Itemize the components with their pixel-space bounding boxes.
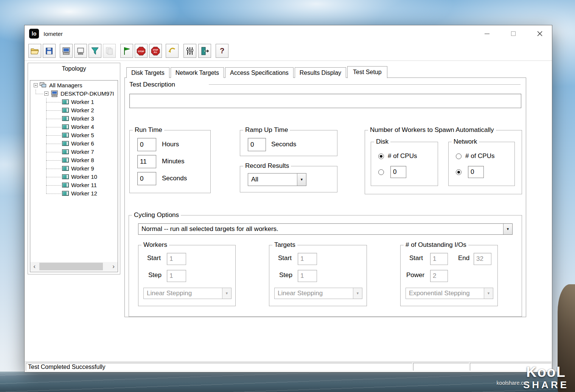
stop-sign-icon: STOP bbox=[136, 46, 146, 56]
workers-step-input[interactable] bbox=[167, 270, 186, 282]
chevron-down-icon[interactable]: ▼ bbox=[503, 224, 512, 234]
chevron-down-icon[interactable]: ▼ bbox=[297, 174, 306, 186]
collapse-icon[interactable] bbox=[34, 83, 38, 87]
disk-cpus-radio-label: # of CPUs bbox=[388, 152, 417, 160]
tree-horizontal-scrollbar[interactable]: ‹ › bbox=[30, 262, 118, 271]
reset-workers-button[interactable] bbox=[166, 44, 179, 58]
close-button[interactable] bbox=[531, 25, 548, 42]
reset-arrow-icon bbox=[168, 46, 177, 56]
tab-results-display[interactable]: Results Display bbox=[295, 67, 346, 78]
run-time-hours-input[interactable] bbox=[137, 138, 156, 151]
tab-access-specifications[interactable]: Access Specifications bbox=[225, 67, 294, 78]
targets-stepping-select[interactable]: Linear Stepping ▼ bbox=[274, 288, 362, 299]
duplicate-worker-button[interactable] bbox=[103, 44, 116, 58]
disk-count-radio[interactable] bbox=[378, 169, 384, 175]
tree-item-worker-2[interactable]: Worker 2 bbox=[30, 106, 118, 115]
network-count-input[interactable] bbox=[468, 166, 484, 178]
ramp-up-group-label: Ramp Up Time bbox=[243, 126, 290, 134]
tab-network-targets[interactable]: Network Targets bbox=[171, 67, 224, 78]
record-results-select[interactable]: All ▼ bbox=[248, 173, 306, 186]
maximize-icon bbox=[511, 31, 516, 36]
open-file-button[interactable] bbox=[28, 44, 41, 58]
stop-test-button[interactable]: STOP bbox=[135, 44, 148, 58]
help-button[interactable]: ? bbox=[216, 44, 228, 58]
spawn-disk-group: Disk # of CPUs bbox=[371, 142, 438, 186]
workers-stepping-select[interactable]: Linear Stepping ▼ bbox=[143, 288, 232, 299]
tree-item-worker-1[interactable]: Worker 1 bbox=[30, 98, 118, 106]
save-file-button[interactable] bbox=[43, 44, 56, 58]
disk-cpus-radio[interactable] bbox=[378, 153, 384, 159]
record-results-group: Record Results All ▼ bbox=[240, 166, 337, 192]
tree-item-all-managers[interactable]: All Managers bbox=[30, 81, 118, 90]
start-tests-button[interactable] bbox=[120, 44, 133, 58]
new-manager-button[interactable] bbox=[60, 44, 73, 58]
ios-stepping-select[interactable]: Exponential Stepping ▼ bbox=[406, 288, 493, 299]
minutes-label: Minutes bbox=[162, 158, 185, 165]
scrollbar-thumb[interactable] bbox=[39, 263, 103, 270]
new-disk-worker-button[interactable] bbox=[74, 44, 87, 58]
record-results-value: All bbox=[248, 174, 297, 186]
ios-end-input[interactable] bbox=[474, 253, 491, 265]
sliders-icon bbox=[185, 46, 194, 56]
scroll-left-icon[interactable]: ‹ bbox=[30, 262, 39, 271]
edit-access-spec-button[interactable] bbox=[183, 44, 196, 58]
run-time-minutes-input[interactable] bbox=[137, 155, 156, 168]
tree-item-worker-12[interactable]: Worker 12 bbox=[30, 189, 118, 198]
workers-start-input[interactable] bbox=[167, 253, 186, 265]
exit-door-icon bbox=[200, 46, 209, 56]
tree-item-worker-4[interactable]: Worker 4 bbox=[30, 123, 118, 131]
spawn-workers-group-label: Number of Workers to Spawn Automatically bbox=[368, 126, 496, 134]
tree-item-worker-3[interactable]: Worker 3 bbox=[30, 115, 118, 123]
spawn-network-group: Network # of CPUs bbox=[448, 142, 515, 186]
run-time-group: Run Time Hours Minutes Seconds bbox=[129, 130, 211, 193]
network-count-radio[interactable] bbox=[456, 169, 462, 175]
cycling-workers-group-label: Workers bbox=[141, 241, 169, 249]
chevron-down-icon[interactable]: ▼ bbox=[353, 288, 362, 299]
worker-icon bbox=[62, 183, 69, 187]
tree-item-worker-6[interactable]: Worker 6 bbox=[30, 139, 118, 148]
disk-count-input[interactable] bbox=[390, 166, 406, 178]
title-bar[interactable]: lo Iometer bbox=[25, 25, 552, 42]
exit-button[interactable] bbox=[198, 44, 211, 58]
topology-panel: Topology All Managers DESKTOP-DKUM97I Wo… bbox=[28, 63, 120, 274]
tree-item-worker-9[interactable]: Worker 9 bbox=[30, 164, 118, 173]
stop-all-tests-button[interactable]: STOPALL bbox=[149, 44, 162, 58]
ios-start-input[interactable] bbox=[430, 253, 448, 265]
network-cpus-radio-label: # of CPUs bbox=[465, 152, 494, 160]
chevron-down-icon[interactable]: ▼ bbox=[222, 288, 231, 299]
tab-disk-targets[interactable]: Disk Targets bbox=[126, 67, 169, 78]
tree-connector bbox=[46, 160, 61, 161]
iometer-window: lo Iometer STOP bbox=[24, 25, 552, 372]
wallpaper-sea bbox=[0, 372, 575, 392]
chevron-down-icon[interactable]: ▼ bbox=[484, 288, 493, 299]
tree-connector bbox=[46, 152, 61, 152]
tree-item-worker-10[interactable]: Worker 10 bbox=[30, 173, 118, 181]
tree-item-worker-11[interactable]: Worker 11 bbox=[30, 181, 118, 189]
scroll-right-icon[interactable]: › bbox=[109, 262, 118, 271]
new-network-worker-button[interactable] bbox=[89, 44, 101, 58]
stop-all-sign-icon: STOPALL bbox=[151, 46, 160, 56]
workers-step-label: Step bbox=[148, 271, 162, 279]
cycling-mode-select[interactable]: Normal -- run all selected targets for a… bbox=[138, 223, 513, 235]
minimize-button[interactable] bbox=[479, 25, 495, 42]
ramp-up-seconds-input[interactable] bbox=[248, 138, 266, 151]
test-description-rule bbox=[209, 84, 521, 85]
tree-item-worker-7[interactable]: Worker 7 bbox=[30, 148, 118, 156]
save-floppy-icon bbox=[45, 47, 53, 55]
hours-label: Hours bbox=[162, 141, 179, 148]
tree-item-manager[interactable]: DESKTOP-DKUM97I bbox=[30, 90, 118, 98]
test-description-input[interactable] bbox=[129, 94, 521, 108]
spawn-disk-group-label: Disk bbox=[374, 138, 390, 146]
tab-test-setup[interactable]: Test Setup bbox=[347, 66, 387, 78]
maximize-button[interactable] bbox=[505, 25, 522, 42]
network-cpus-radio[interactable] bbox=[456, 153, 462, 159]
tree-item-worker-8[interactable]: Worker 8 bbox=[30, 156, 118, 164]
tree-item-worker-5[interactable]: Worker 5 bbox=[30, 131, 118, 139]
targets-step-input[interactable] bbox=[298, 270, 317, 282]
koolshare-url: koolshare.cn bbox=[497, 380, 527, 386]
targets-start-input[interactable] bbox=[298, 253, 317, 265]
run-time-seconds-input[interactable] bbox=[137, 172, 156, 185]
watermark-line2: SHARE bbox=[523, 380, 569, 390]
ios-power-input[interactable] bbox=[430, 270, 448, 282]
collapse-icon[interactable] bbox=[44, 91, 48, 96]
